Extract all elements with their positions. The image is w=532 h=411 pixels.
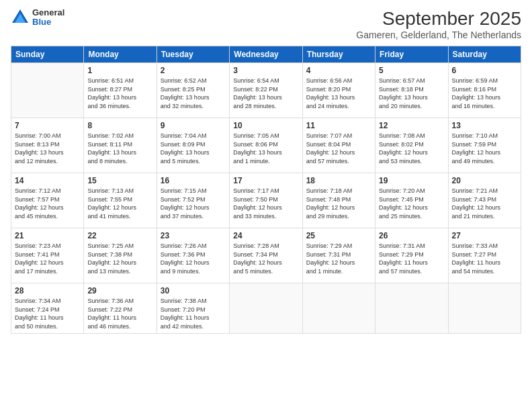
calendar-cell: 16Sunrise: 7:15 AM Sunset: 7:52 PM Dayli…: [157, 173, 229, 228]
calendar-cell: [375, 283, 448, 334]
day-number: 20: [452, 176, 517, 185]
day-number: 14: [15, 176, 80, 185]
calendar-cell: 17Sunrise: 7:17 AM Sunset: 7:50 PM Dayli…: [230, 173, 302, 228]
logo-general: General: [32, 8, 64, 17]
calendar-cell: 3Sunrise: 6:54 AM Sunset: 8:22 PM Daylig…: [230, 63, 302, 118]
day-number: 12: [379, 121, 444, 130]
calendar-cell: 1Sunrise: 6:51 AM Sunset: 8:27 PM Daylig…: [84, 63, 157, 118]
subtitle: Gameren, Gelderland, The Netherlands: [356, 30, 521, 40]
cell-info: Sunrise: 6:51 AM Sunset: 8:27 PM Dayligh…: [87, 77, 152, 110]
col-header-wednesday: Wednesday: [230, 46, 302, 63]
day-number: 9: [161, 121, 226, 130]
week-row-1: 1Sunrise: 6:51 AM Sunset: 8:27 PM Daylig…: [11, 63, 521, 118]
calendar-cell: 23Sunrise: 7:26 AM Sunset: 7:36 PM Dayli…: [157, 228, 229, 283]
cell-info: Sunrise: 7:15 AM Sunset: 7:52 PM Dayligh…: [161, 187, 226, 220]
day-number: 25: [306, 231, 371, 240]
calendar-cell: 9Sunrise: 7:04 AM Sunset: 8:09 PM Daylig…: [157, 118, 229, 173]
calendar-cell: [230, 283, 302, 334]
cell-info: Sunrise: 7:10 AM Sunset: 7:59 PM Dayligh…: [452, 132, 517, 165]
calendar-cell: [448, 283, 521, 334]
calendar-cell: 7Sunrise: 7:00 AM Sunset: 8:13 PM Daylig…: [11, 118, 84, 173]
logo-blue: Blue: [32, 17, 64, 27]
col-header-friday: Friday: [375, 46, 448, 63]
cell-info: Sunrise: 6:57 AM Sunset: 8:18 PM Dayligh…: [379, 77, 444, 110]
cell-info: Sunrise: 7:00 AM Sunset: 8:13 PM Dayligh…: [15, 132, 80, 165]
cell-info: Sunrise: 7:36 AM Sunset: 7:22 PM Dayligh…: [87, 297, 152, 330]
day-number: 19: [379, 176, 444, 185]
header-row: SundayMondayTuesdayWednesdayThursdayFrid…: [11, 46, 521, 63]
day-number: 1: [87, 66, 152, 75]
cell-info: Sunrise: 7:04 AM Sunset: 8:09 PM Dayligh…: [161, 132, 226, 165]
logo-text: General Blue: [32, 8, 64, 28]
week-row-3: 14Sunrise: 7:12 AM Sunset: 7:57 PM Dayli…: [11, 173, 521, 228]
day-number: 5: [379, 66, 444, 75]
calendar-cell: 8Sunrise: 7:02 AM Sunset: 8:11 PM Daylig…: [84, 118, 157, 173]
col-header-sunday: Sunday: [11, 46, 84, 63]
day-number: 30: [161, 286, 226, 295]
cell-info: Sunrise: 7:29 AM Sunset: 7:31 PM Dayligh…: [306, 242, 371, 275]
calendar-cell: 26Sunrise: 7:31 AM Sunset: 7:29 PM Dayli…: [375, 228, 448, 283]
calendar-cell: 25Sunrise: 7:29 AM Sunset: 7:31 PM Dayli…: [302, 228, 375, 283]
cell-info: Sunrise: 7:07 AM Sunset: 8:04 PM Dayligh…: [306, 132, 371, 165]
day-number: 4: [306, 66, 371, 75]
cell-info: Sunrise: 7:20 AM Sunset: 7:45 PM Dayligh…: [379, 187, 444, 220]
col-header-tuesday: Tuesday: [157, 46, 229, 63]
cell-info: Sunrise: 7:28 AM Sunset: 7:34 PM Dayligh…: [233, 242, 298, 275]
cell-info: Sunrise: 7:23 AM Sunset: 7:41 PM Dayligh…: [15, 242, 80, 275]
calendar-cell: 28Sunrise: 7:34 AM Sunset: 7:24 PM Dayli…: [11, 283, 84, 334]
calendar-cell: 10Sunrise: 7:05 AM Sunset: 8:06 PM Dayli…: [230, 118, 302, 173]
day-number: 11: [306, 121, 371, 130]
day-number: 22: [87, 231, 152, 240]
cell-info: Sunrise: 7:17 AM Sunset: 7:50 PM Dayligh…: [233, 187, 298, 220]
calendar-cell: 19Sunrise: 7:20 AM Sunset: 7:45 PM Dayli…: [375, 173, 448, 228]
page: General Blue September 2025 Gameren, Gel…: [0, 0, 532, 411]
calendar-cell: [302, 283, 375, 334]
calendar-cell: 30Sunrise: 7:38 AM Sunset: 7:20 PM Dayli…: [157, 283, 229, 334]
day-number: 3: [233, 66, 298, 75]
calendar-cell: 5Sunrise: 6:57 AM Sunset: 8:18 PM Daylig…: [375, 63, 448, 118]
cell-info: Sunrise: 6:52 AM Sunset: 8:25 PM Dayligh…: [161, 77, 226, 110]
calendar-cell: 6Sunrise: 6:59 AM Sunset: 8:16 PM Daylig…: [448, 63, 521, 118]
cell-info: Sunrise: 7:25 AM Sunset: 7:38 PM Dayligh…: [87, 242, 152, 275]
cell-info: Sunrise: 7:26 AM Sunset: 7:36 PM Dayligh…: [161, 242, 226, 275]
calendar-cell: 13Sunrise: 7:10 AM Sunset: 7:59 PM Dayli…: [448, 118, 521, 173]
cell-info: Sunrise: 7:34 AM Sunset: 7:24 PM Dayligh…: [15, 297, 80, 330]
month-title: September 2025: [356, 8, 521, 30]
cell-info: Sunrise: 7:05 AM Sunset: 8:06 PM Dayligh…: [233, 132, 298, 165]
header: General Blue September 2025 Gameren, Gel…: [11, 8, 521, 40]
calendar-cell: 4Sunrise: 6:56 AM Sunset: 8:20 PM Daylig…: [302, 63, 375, 118]
day-number: 17: [233, 176, 298, 185]
day-number: 10: [233, 121, 298, 130]
week-row-5: 28Sunrise: 7:34 AM Sunset: 7:24 PM Dayli…: [11, 283, 521, 334]
cell-info: Sunrise: 7:21 AM Sunset: 7:43 PM Dayligh…: [452, 187, 517, 220]
day-number: 7: [15, 121, 80, 130]
day-number: 28: [15, 286, 80, 295]
day-number: 16: [161, 176, 226, 185]
col-header-monday: Monday: [84, 46, 157, 63]
calendar-cell: 12Sunrise: 7:08 AM Sunset: 8:02 PM Dayli…: [375, 118, 448, 173]
day-number: 21: [15, 231, 80, 240]
cell-info: Sunrise: 6:56 AM Sunset: 8:20 PM Dayligh…: [306, 77, 371, 110]
calendar: SundayMondayTuesdayWednesdayThursdayFrid…: [11, 46, 521, 334]
week-row-4: 21Sunrise: 7:23 AM Sunset: 7:41 PM Dayli…: [11, 228, 521, 283]
calendar-cell: 14Sunrise: 7:12 AM Sunset: 7:57 PM Dayli…: [11, 173, 84, 228]
cell-info: Sunrise: 7:02 AM Sunset: 8:11 PM Dayligh…: [87, 132, 152, 165]
calendar-cell: 29Sunrise: 7:36 AM Sunset: 7:22 PM Dayli…: [84, 283, 157, 334]
title-block: September 2025 Gameren, Gelderland, The …: [356, 8, 521, 40]
calendar-cell: [11, 63, 84, 118]
calendar-cell: 18Sunrise: 7:18 AM Sunset: 7:48 PM Dayli…: [302, 173, 375, 228]
cell-info: Sunrise: 6:54 AM Sunset: 8:22 PM Dayligh…: [233, 77, 298, 110]
cell-info: Sunrise: 7:31 AM Sunset: 7:29 PM Dayligh…: [379, 242, 444, 275]
cell-info: Sunrise: 7:33 AM Sunset: 7:27 PM Dayligh…: [452, 242, 517, 275]
day-number: 24: [233, 231, 298, 240]
day-number: 29: [87, 286, 152, 295]
calendar-cell: 22Sunrise: 7:25 AM Sunset: 7:38 PM Dayli…: [84, 228, 157, 283]
cell-info: Sunrise: 7:13 AM Sunset: 7:55 PM Dayligh…: [87, 187, 152, 220]
day-number: 15: [87, 176, 152, 185]
logo: General Blue: [11, 8, 64, 28]
day-number: 6: [452, 66, 517, 75]
week-row-2: 7Sunrise: 7:00 AM Sunset: 8:13 PM Daylig…: [11, 118, 521, 173]
calendar-cell: 2Sunrise: 6:52 AM Sunset: 8:25 PM Daylig…: [157, 63, 229, 118]
cell-info: Sunrise: 7:12 AM Sunset: 7:57 PM Dayligh…: [15, 187, 80, 220]
day-number: 13: [452, 121, 517, 130]
